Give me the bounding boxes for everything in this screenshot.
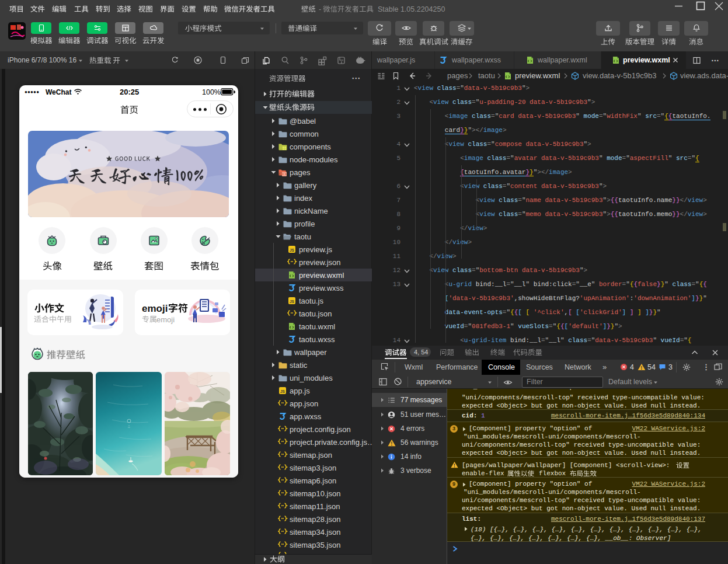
svg-text:JS: JS xyxy=(280,389,285,394)
svg-text:JS: JS xyxy=(290,300,295,304)
svg-text:JS: JS xyxy=(290,248,295,252)
